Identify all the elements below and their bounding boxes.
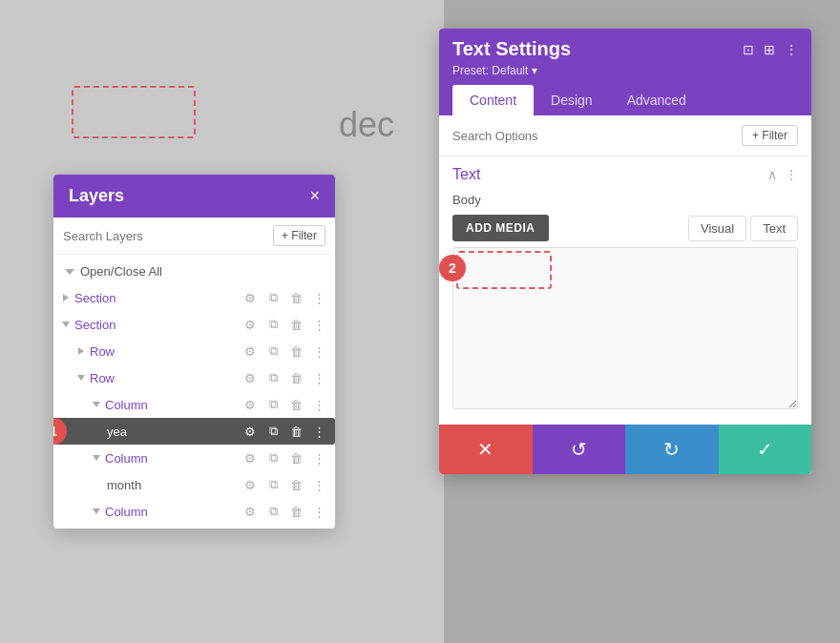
layer-row: Column ⚙ ⧉ 🗑 ⋮: [53, 445, 335, 471]
layers-filter-button[interactable]: + Filter: [273, 225, 326, 246]
ts-filter-button[interactable]: + Filter: [742, 125, 798, 146]
collapse-icon[interactable]: ∧: [767, 167, 777, 182]
open-close-arrow: [65, 269, 74, 275]
layers-title: Layers: [69, 186, 124, 206]
arrow-right-icon: [63, 294, 69, 301]
duplicate-icon[interactable]: ⧉: [264, 423, 282, 440]
delete-icon[interactable]: 🗑: [287, 503, 304, 520]
layer-icons: ⚙ ⧉ 🗑 ⋮: [242, 449, 327, 467]
step1-label: 1: [53, 424, 57, 439]
layers-close-button[interactable]: ×: [309, 186, 320, 206]
tab-design[interactable]: Design: [534, 85, 610, 115]
settings-icon[interactable]: ⚙: [242, 289, 259, 306]
more-icon[interactable]: ⋮: [310, 449, 327, 467]
undo-button[interactable]: ↺: [533, 425, 626, 474]
ts-section-header: Text ∧ ⋮: [439, 156, 811, 189]
ts-view-buttons: Visual Text: [688, 216, 798, 241]
more-icon[interactable]: ⋮: [310, 503, 327, 520]
layer-label[interactable]: Column: [105, 398, 242, 412]
arrow-right-icon: [78, 347, 84, 355]
dec-text: dec: [339, 105, 394, 145]
layer-label[interactable]: Row: [90, 344, 242, 359]
duplicate-icon[interactable]: ⧉: [264, 369, 282, 386]
resize-icon[interactable]: ⊡: [743, 42, 754, 57]
ts-search-input[interactable]: [452, 129, 734, 143]
layer-icons: ⚙ ⧉ 🗑 ⋮: [242, 316, 327, 333]
month-label[interactable]: month: [107, 478, 242, 492]
duplicate-icon[interactable]: ⧉: [264, 503, 282, 520]
ts-search-row: + Filter: [439, 115, 811, 156]
layer-arrow: [92, 453, 101, 463]
duplicate-icon[interactable]: ⧉: [264, 396, 282, 413]
delete-icon[interactable]: 🗑: [287, 449, 304, 467]
redo-button[interactable]: ↻: [625, 425, 719, 474]
duplicate-icon[interactable]: ⧉: [264, 316, 282, 333]
settings-icon[interactable]: ⚙: [242, 476, 259, 493]
ts-editor-toolbar: ADD MEDIA Visual Text: [439, 215, 811, 247]
layer-row: Section ⚙ ⧉ 🗑 ⋮: [53, 311, 335, 338]
more-icon[interactable]: ⋮: [310, 476, 327, 493]
settings-icon[interactable]: ⚙: [242, 396, 259, 413]
settings-icon[interactable]: ⚙: [242, 503, 259, 520]
save-button[interactable]: ✓: [719, 425, 812, 474]
arrow-down-icon: [62, 322, 70, 327]
layer-icons: ⚙ ⧉ 🗑 ⋮: [242, 396, 327, 413]
year-label[interactable]: yea: [107, 425, 242, 439]
more-options-icon[interactable]: ⋮: [785, 42, 798, 57]
settings-icon[interactable]: ⚙: [242, 369, 259, 386]
arrow-down-icon: [93, 402, 100, 407]
duplicate-icon[interactable]: ⧉: [264, 342, 282, 360]
ts-text-area-container: 2: [452, 247, 798, 413]
step2-label: 2: [449, 260, 456, 276]
delete-icon[interactable]: 🗑: [287, 396, 304, 413]
layers-header: Layers ×: [53, 175, 335, 218]
layer-label[interactable]: Column: [105, 451, 242, 466]
preset-label[interactable]: Preset: Default ▾: [452, 64, 537, 77]
more-icon[interactable]: ⋮: [310, 289, 327, 306]
more-icon[interactable]: ⋮: [310, 396, 327, 413]
tab-advanced[interactable]: Advanced: [610, 85, 704, 115]
duplicate-icon[interactable]: ⧉: [264, 449, 282, 467]
duplicate-icon[interactable]: ⧉: [264, 476, 282, 493]
settings-icon[interactable]: ⚙: [242, 423, 259, 440]
expand-icon[interactable]: ⊞: [764, 42, 775, 57]
layer-row: Row ⚙ ⧉ 🗑 ⋮: [53, 364, 335, 391]
arrow-down-icon: [93, 455, 100, 461]
layer-icons: ⚙ ⧉ 🗑 ⋮: [242, 503, 327, 520]
delete-icon[interactable]: 🗑: [287, 369, 304, 386]
open-close-all[interactable]: Open/Close All: [53, 259, 335, 284]
settings-icon[interactable]: ⚙: [242, 342, 259, 360]
open-close-label: Open/Close All: [80, 264, 162, 279]
layer-icons: ⚙ ⧉ 🗑 ⋮: [242, 476, 327, 493]
delete-icon[interactable]: 🗑: [287, 342, 304, 360]
delete-icon[interactable]: 🗑: [287, 423, 304, 440]
layer-arrow: [76, 373, 86, 383]
more-icon[interactable]: ⋮: [310, 423, 327, 440]
layer-label[interactable]: Section: [74, 318, 242, 332]
layer-arrow: [92, 400, 101, 409]
visual-view-button[interactable]: Visual: [688, 216, 746, 241]
add-media-button[interactable]: ADD MEDIA: [452, 215, 549, 241]
cancel-button[interactable]: ✕: [439, 425, 533, 474]
layer-row: Column ⚙ ⧉ 🗑 ⋮: [53, 391, 335, 418]
section-more-icon[interactable]: ⋮: [785, 167, 798, 182]
settings-icon[interactable]: ⚙: [242, 449, 259, 467]
layers-body: Open/Close All Section ⚙ ⧉ 🗑 ⋮ Section ⚙…: [53, 255, 335, 529]
tab-content[interactable]: Content: [452, 85, 534, 115]
delete-icon[interactable]: 🗑: [287, 476, 304, 493]
more-icon[interactable]: ⋮: [310, 369, 327, 386]
text-view-button[interactable]: Text: [750, 216, 798, 241]
more-icon[interactable]: ⋮: [310, 316, 327, 333]
layer-label[interactable]: Row: [90, 371, 242, 385]
step2-badge: 2: [439, 255, 466, 281]
duplicate-icon[interactable]: ⧉: [264, 289, 282, 306]
layer-label[interactable]: Section: [74, 291, 242, 305]
delete-icon[interactable]: 🗑: [287, 316, 304, 333]
arrow-down-icon: [93, 508, 100, 514]
more-icon[interactable]: ⋮: [310, 342, 327, 360]
layers-search-input[interactable]: [63, 229, 265, 243]
layer-icons: ⚙ ⧉ 🗑 ⋮: [242, 342, 327, 360]
delete-icon[interactable]: 🗑: [287, 289, 304, 306]
layer-label[interactable]: Column: [105, 505, 242, 519]
settings-icon[interactable]: ⚙: [242, 316, 259, 333]
